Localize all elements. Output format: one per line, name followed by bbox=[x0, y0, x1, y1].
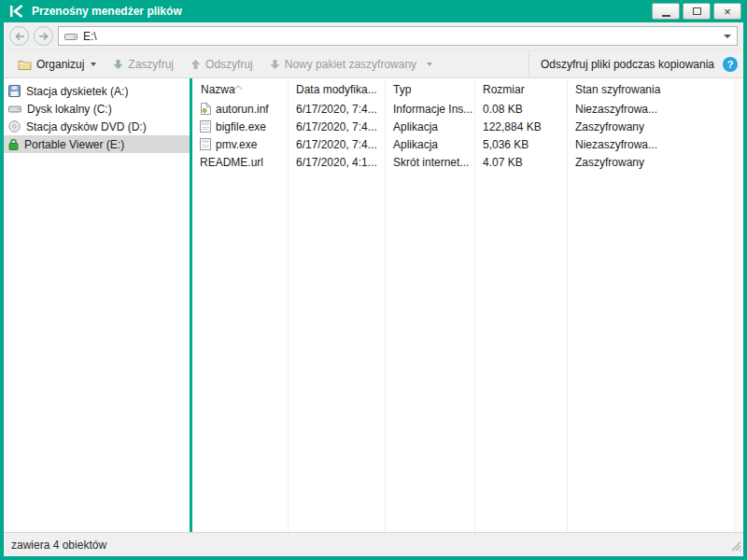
file-size: 5,036 KB bbox=[474, 138, 567, 151]
column-header-type[interactable]: Typ bbox=[385, 83, 474, 96]
dvd-drive-icon bbox=[8, 120, 21, 133]
organize-label: Organizuj bbox=[36, 58, 84, 71]
arrow-left-icon bbox=[14, 32, 25, 41]
file-list-header: Nazwa Data modyfika... Typ Rozmiar Stan … bbox=[192, 78, 743, 100]
file-type: Aplikacja bbox=[385, 120, 474, 133]
sidebar-item-label: Portable Viewer (E:) bbox=[24, 138, 124, 151]
close-button[interactable]: × bbox=[713, 3, 741, 20]
file-encryption-status: Niezaszyfrowa... bbox=[567, 103, 743, 116]
maximize-button[interactable] bbox=[683, 3, 711, 20]
file-encryption-status: Zaszyfrowany bbox=[567, 156, 743, 169]
sidebar-item-label: Stacja dyskietek (A:) bbox=[26, 85, 128, 98]
file-type: Informacje Ins... bbox=[385, 103, 474, 116]
column-header-encryption[interactable]: Stan szyfrowania bbox=[567, 83, 743, 96]
file-name: bigfile.exe bbox=[216, 120, 266, 133]
file-modified: 6/17/2020, 4:1... bbox=[288, 156, 385, 169]
floppy-icon bbox=[8, 85, 21, 97]
hard-disk-icon bbox=[8, 104, 21, 115]
portable-file-manager-window: Przenośny menedżer plików × E:\ bbox=[0, 0, 747, 560]
maximize-icon bbox=[693, 7, 701, 15]
encrypt-arrow-down-icon bbox=[113, 59, 123, 70]
kaspersky-logo-icon bbox=[9, 5, 24, 18]
back-button[interactable] bbox=[9, 26, 29, 46]
column-header-name[interactable]: Nazwa bbox=[192, 83, 288, 96]
minimize-icon bbox=[662, 15, 670, 17]
address-dropdown-icon[interactable] bbox=[724, 35, 731, 38]
file-modified: 6/17/2020, 7:4... bbox=[288, 120, 385, 133]
file-name: autorun.inf bbox=[216, 103, 269, 116]
decrypt-arrow-up-icon bbox=[190, 59, 201, 70]
sidebar-item-label: Dysk lokalny (C:) bbox=[27, 103, 112, 116]
sidebar-item-portable-viewer-e[interactable]: Portable Viewer (E:) bbox=[4, 135, 190, 153]
table-row[interactable]: pmv.exe 6/17/2020, 7:4... Aplikacja 5,03… bbox=[192, 135, 743, 153]
address-text: E:\ bbox=[83, 30, 97, 43]
new-encrypted-package-button[interactable]: Nowy pakiet zaszyfrowany bbox=[261, 54, 441, 75]
sidebar-item-label: Stacja dysków DVD (D:) bbox=[26, 120, 147, 133]
chevron-down-icon bbox=[91, 63, 96, 66]
toolbar: Organizuj Zaszyfruj Odszyfruj Nowy pak bbox=[4, 50, 743, 78]
window-controls: × bbox=[652, 3, 741, 20]
status-text: zawiera 4 obiektów bbox=[11, 539, 106, 552]
file-encryption-status: Zaszyfrowany bbox=[567, 120, 743, 133]
organize-button[interactable]: Organizuj bbox=[9, 54, 105, 75]
address-bar[interactable]: E:\ bbox=[58, 26, 738, 46]
file-rows: autorun.inf 6/17/2020, 7:4... Informacje… bbox=[192, 100, 743, 171]
file-modified: 6/17/2020, 7:4... bbox=[288, 103, 385, 116]
help-icon[interactable]: ? bbox=[723, 57, 738, 72]
file-name: README.url bbox=[200, 156, 263, 169]
chevron-down-icon[interactable] bbox=[427, 63, 432, 66]
column-header-size[interactable]: Rozmiar bbox=[474, 83, 567, 96]
toolbar-right-group: Odszyfruj pliki podczas kopiowania ? bbox=[529, 50, 738, 77]
file-size: 4.07 KB bbox=[474, 156, 567, 169]
new-package-label: Nowy pakiet zaszyfrowany bbox=[285, 58, 416, 71]
arrow-right-icon bbox=[38, 32, 49, 41]
decrypt-on-copy-button[interactable]: Odszyfruj pliki podczas kopiowania bbox=[541, 58, 714, 71]
sidebar-item-local-disk-c[interactable]: Dysk lokalny (C:) bbox=[4, 100, 190, 118]
navigation-bar: E:\ bbox=[4, 22, 743, 50]
window-title: Przenośny menedżer plików bbox=[32, 5, 182, 18]
minimize-button[interactable] bbox=[652, 3, 680, 20]
encrypt-label: Zaszyfruj bbox=[128, 58, 174, 71]
decrypt-label: Odszyfruj bbox=[205, 58, 253, 71]
resize-grip[interactable] bbox=[730, 540, 741, 554]
table-row[interactable]: autorun.inf 6/17/2020, 7:4... Informacje… bbox=[192, 100, 743, 118]
encrypt-button[interactable]: Zaszyfruj bbox=[105, 54, 182, 75]
green-lock-icon bbox=[8, 138, 19, 150]
file-type: Aplikacja bbox=[385, 138, 474, 151]
decrypt-button[interactable]: Odszyfruj bbox=[182, 54, 261, 75]
title-bar[interactable]: Przenośny menedżer plików × bbox=[4, 0, 743, 22]
file-size: 122,884 KB bbox=[474, 120, 567, 133]
file-name: pmv.exe bbox=[216, 138, 257, 151]
main-content: Stacja dyskietek (A:) Dysk lokalny (C:) … bbox=[4, 78, 743, 532]
file-list-panel: Nazwa Data modyfika... Typ Rozmiar Stan … bbox=[192, 78, 743, 532]
table-row[interactable]: README.url 6/17/2020, 4:1... Skrót inter… bbox=[192, 153, 743, 171]
column-header-modified[interactable]: Data modyfika... bbox=[288, 83, 385, 96]
folder-icon bbox=[18, 59, 32, 70]
forward-button[interactable] bbox=[34, 26, 53, 46]
close-icon: × bbox=[724, 6, 731, 18]
sidebar-item-floppy-a[interactable]: Stacja dyskietek (A:) bbox=[4, 82, 190, 100]
file-modified: 6/17/2020, 7:4... bbox=[288, 138, 385, 151]
drive-icon bbox=[64, 31, 78, 41]
inf-file-icon bbox=[200, 103, 211, 115]
sidebar-item-dvd-d[interactable]: Stacja dysków DVD (D:) bbox=[4, 118, 190, 135]
drive-list: Stacja dyskietek (A:) Dysk lokalny (C:) … bbox=[4, 78, 190, 532]
file-type: Skrót internet... bbox=[385, 156, 474, 169]
exe-file-icon bbox=[200, 120, 211, 133]
table-row[interactable]: bigfile.exe 6/17/2020, 7:4... Aplikacja … bbox=[192, 118, 743, 135]
file-encryption-status: Niezaszyfrowa... bbox=[567, 138, 743, 151]
file-size: 0.08 KB bbox=[474, 103, 567, 116]
exe-file-icon bbox=[200, 138, 211, 150]
status-bar: zawiera 4 obiektów bbox=[4, 532, 743, 556]
package-arrow-down-icon bbox=[270, 59, 280, 70]
